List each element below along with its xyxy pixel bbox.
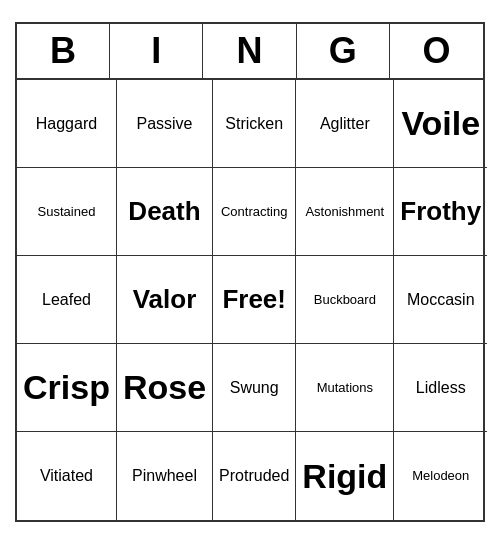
header-letter: N: [203, 24, 296, 78]
bingo-cell: Melodeon: [394, 432, 487, 520]
bingo-cell: Haggard: [17, 80, 117, 168]
bingo-cell: Leafed: [17, 256, 117, 344]
bingo-grid: HaggardPassiveStrickenAglitterVoileSusta…: [17, 80, 483, 520]
cell-text: Passive: [136, 114, 192, 133]
bingo-cell: Sustained: [17, 168, 117, 256]
bingo-cell: Pinwheel: [117, 432, 213, 520]
bingo-cell: Rigid: [296, 432, 394, 520]
cell-text: Astonishment: [305, 204, 384, 220]
cell-text: Frothy: [400, 196, 481, 227]
bingo-card: BINGO HaggardPassiveStrickenAglitterVoil…: [15, 22, 485, 522]
bingo-cell: Valor: [117, 256, 213, 344]
bingo-cell: Contracting: [213, 168, 296, 256]
cell-text: Protruded: [219, 466, 289, 485]
bingo-cell: Mutations: [296, 344, 394, 432]
bingo-cell: Crisp: [17, 344, 117, 432]
bingo-header: BINGO: [17, 24, 483, 80]
bingo-cell: Rose: [117, 344, 213, 432]
cell-text: Mutations: [317, 380, 373, 396]
bingo-cell: Stricken: [213, 80, 296, 168]
header-letter: O: [390, 24, 483, 78]
header-letter: G: [297, 24, 390, 78]
cell-text: Buckboard: [314, 292, 376, 308]
cell-text: Pinwheel: [132, 466, 197, 485]
bingo-cell: Protruded: [213, 432, 296, 520]
cell-text: Melodeon: [412, 468, 469, 484]
cell-text: Haggard: [36, 114, 97, 133]
bingo-cell: Astonishment: [296, 168, 394, 256]
bingo-cell: Vitiated: [17, 432, 117, 520]
header-letter: I: [110, 24, 203, 78]
bingo-cell: Free!: [213, 256, 296, 344]
cell-text: Vitiated: [40, 466, 93, 485]
cell-text: Rose: [123, 367, 206, 408]
cell-text: Moccasin: [407, 290, 475, 309]
bingo-cell: Swung: [213, 344, 296, 432]
cell-text: Swung: [230, 378, 279, 397]
cell-text: Lidless: [416, 378, 466, 397]
cell-text: Free!: [222, 284, 286, 315]
cell-text: Contracting: [221, 204, 287, 220]
bingo-cell: Voile: [394, 80, 487, 168]
bingo-cell: Aglitter: [296, 80, 394, 168]
bingo-cell: Moccasin: [394, 256, 487, 344]
bingo-cell: Frothy: [394, 168, 487, 256]
bingo-cell: Death: [117, 168, 213, 256]
cell-text: Valor: [133, 284, 197, 315]
bingo-cell: Buckboard: [296, 256, 394, 344]
cell-text: Voile: [401, 103, 480, 144]
cell-text: Crisp: [23, 367, 110, 408]
cell-text: Sustained: [38, 204, 96, 220]
bingo-cell: Passive: [117, 80, 213, 168]
cell-text: Rigid: [302, 456, 387, 497]
header-letter: B: [17, 24, 110, 78]
cell-text: Aglitter: [320, 114, 370, 133]
bingo-cell: Lidless: [394, 344, 487, 432]
cell-text: Death: [128, 196, 200, 227]
cell-text: Stricken: [225, 114, 283, 133]
cell-text: Leafed: [42, 290, 91, 309]
